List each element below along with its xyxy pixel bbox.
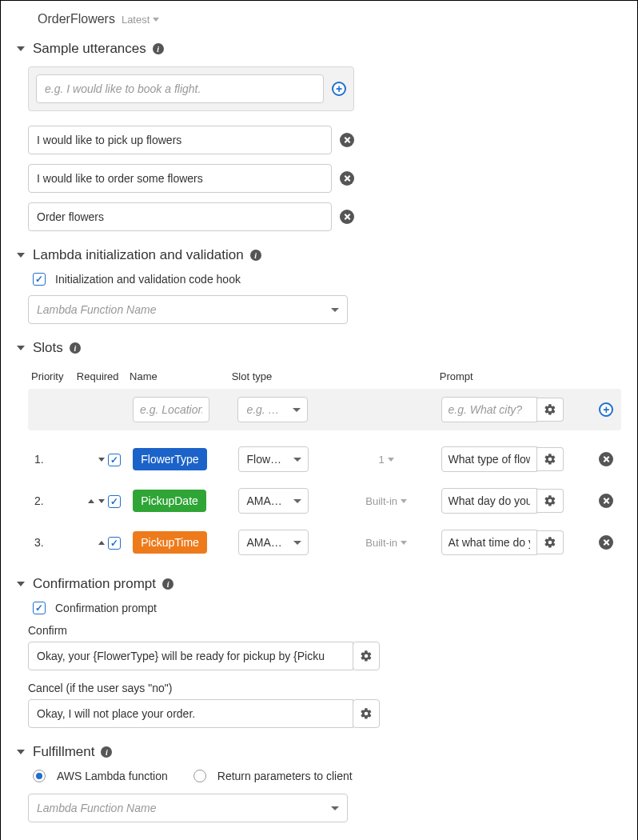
section-title-lambda: Lambda initialization and validation [33,247,244,263]
lambda-hook-checkbox[interactable] [33,273,46,286]
info-icon[interactable]: i [70,342,81,354]
slot-version-select[interactable]: 1 [332,454,441,466]
add-slot-button[interactable] [599,402,613,417]
section-toggle-slots[interactable]: Slots i [17,340,621,356]
move-down-button[interactable] [98,499,105,503]
section-toggle-fulfillment[interactable]: Fulfillment i [17,744,621,760]
utterance-item[interactable] [28,202,332,231]
slot-priority: 1. [31,453,78,466]
confirm-input[interactable] [28,642,353,670]
lambda-function-select[interactable]: Lambda Function Name [28,295,348,324]
move-down-button[interactable] [98,458,105,462]
fulfillment-radio-lambda-label: AWS Lambda function [57,770,168,782]
remove-utterance-button[interactable] [340,210,354,224]
slot-settings-button[interactable] [537,530,564,554]
slot-builtin-select[interactable]: Built-in [332,537,441,549]
section-title-utterances: Sample utterances [33,41,146,57]
slot-builtin-select[interactable]: Built-in [332,495,441,507]
cancel-settings-button[interactable] [353,699,380,728]
new-slot-prompt-input[interactable] [441,397,537,422]
confirmation-checkbox[interactable] [33,602,46,614]
cancel-label: Cancel (if the user says "no") [28,682,621,694]
section-toggle-utterances[interactable]: Sample utterances i [17,41,621,57]
slot-settings-button[interactable] [537,447,564,471]
move-up-button[interactable] [98,541,105,545]
add-utterance-button[interactable] [332,82,346,96]
slot-type-select[interactable]: AMA… [238,530,309,555]
slot-name-chip[interactable]: FlowerType [133,448,206,470]
fulfillment-lambda-select[interactable]: Lambda Function Name [28,794,348,822]
move-up-button[interactable] [88,499,94,503]
confirm-settings-button[interactable] [353,642,380,670]
info-icon[interactable]: i [153,43,164,54]
info-icon[interactable]: i [250,250,261,261]
section-title-slots: Slots [33,340,63,356]
select-placeholder: Lambda Function Name [37,802,156,814]
col-header-required: Required [77,370,130,382]
remove-utterance-button[interactable] [340,171,354,186]
remove-slot-button[interactable] [599,452,613,466]
slot-name-chip[interactable]: PickupDate [133,490,206,512]
fulfillment-radio-lambda[interactable] [33,770,46,782]
new-slot-name-input[interactable] [133,397,209,422]
select-placeholder: Lambda Function Name [37,303,156,316]
slot-priority: 3. [31,536,78,549]
slot-required-checkbox[interactable] [108,454,121,466]
slot-required-checkbox[interactable] [108,537,121,550]
slot-priority: 2. [31,494,78,507]
slot-type-select[interactable]: AMA… [238,488,309,514]
fulfillment-radio-return-label: Return parameters to client [217,770,353,782]
caret-down-icon [17,46,25,51]
intent-name: OrderFlowers [38,12,115,26]
slot-settings-button[interactable] [537,489,564,513]
caret-down-icon [17,346,25,350]
info-icon[interactable]: i [101,746,112,758]
slot-prompt-input[interactable] [441,446,537,472]
utterance-item[interactable] [28,164,332,193]
utterance-input[interactable] [36,74,324,103]
confirm-label: Confirm [28,624,621,637]
lambda-hook-label: Initialization and validation code hook [55,273,241,286]
col-header-priority: Priority [31,370,77,382]
slot-new-row: e.g. A… [28,389,621,430]
fulfillment-radio-return[interactable] [193,770,206,782]
version-label: Latest [122,14,150,26]
slot-type-select[interactable]: Flowe… [238,446,309,472]
slot-name-chip[interactable]: PickupTime [133,531,207,554]
caret-down-icon [17,750,25,754]
new-slot-type-select[interactable]: e.g. A… [237,397,308,422]
chevron-down-icon [153,18,159,22]
caret-down-icon [17,582,25,586]
slot-prompt-input[interactable] [441,530,537,555]
slot-required-checkbox[interactable] [108,495,121,508]
info-icon[interactable]: i [162,578,173,590]
slot-row: 2. PickupDate AMA… Built-in [28,483,621,518]
col-header-type: Slot type [232,370,323,382]
version-selector[interactable]: Latest [122,14,159,26]
remove-slot-button[interactable] [599,494,613,508]
new-slot-settings-button[interactable] [537,398,564,422]
confirmation-checkbox-label: Confirmation prompt [55,602,157,614]
slot-prompt-input[interactable] [441,488,537,514]
section-toggle-lambda[interactable]: Lambda initialization and validation i [17,247,621,263]
col-header-prompt: Prompt [440,370,538,382]
slot-row: 1. FlowerType Flowe… 1 [28,442,621,477]
col-header-name: Name [130,370,221,382]
caret-down-icon [17,253,25,258]
slot-row: 3. PickupTime AMA… Built-in [28,525,621,560]
remove-utterance-button[interactable] [340,133,354,147]
section-title-fulfillment: Fulfillment [33,744,94,760]
cancel-input[interactable] [28,699,353,728]
section-title-confirmation: Confirmation prompt [33,576,156,592]
remove-slot-button[interactable] [599,535,613,550]
utterance-add-row [28,66,354,111]
utterance-item[interactable] [28,126,332,154]
section-toggle-confirmation[interactable]: Confirmation prompt i [17,576,621,592]
